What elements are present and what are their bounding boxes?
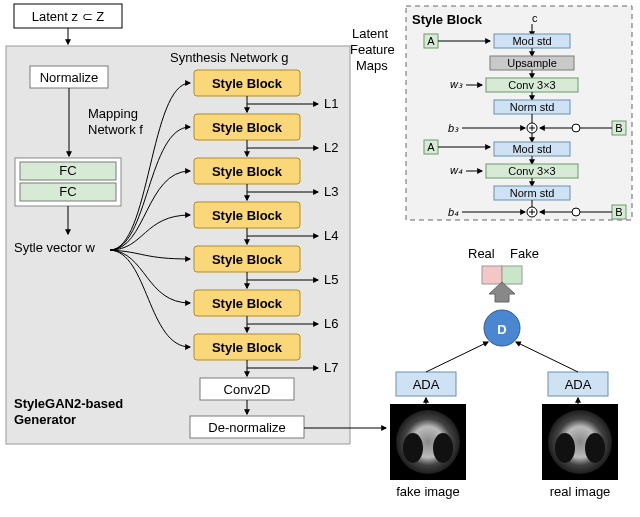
mod1-label: Mod std xyxy=(512,35,551,47)
upsample-label: Upsample xyxy=(507,57,557,69)
diagram-root: Latent z ⊂ Z Normalize Mapping Network f… xyxy=(0,0,640,517)
L4-label: L4 xyxy=(324,228,338,243)
synthesis-network-label: Synthesis Network g xyxy=(170,50,289,65)
L2-label: L2 xyxy=(324,140,338,155)
svg-point-47 xyxy=(572,208,580,216)
norm2-label: Norm std xyxy=(510,187,555,199)
svg-point-55 xyxy=(433,433,453,463)
style-block-6: Style Block xyxy=(194,290,300,316)
L3-label: L3 xyxy=(324,184,338,199)
discriminator-label: D xyxy=(497,322,506,337)
fake-swatch xyxy=(502,266,522,284)
latent-z-label: Latent z ⊂ Z xyxy=(32,9,104,24)
style-block-label: Style Block xyxy=(212,296,283,311)
style-block-7: Style Block xyxy=(194,334,300,360)
real-swatch xyxy=(482,266,502,284)
style-B2-label: B xyxy=(615,206,622,218)
real-label: Real xyxy=(468,246,495,261)
L5-label: L5 xyxy=(324,272,338,287)
real-image-label: real image xyxy=(550,484,611,499)
svg-point-58 xyxy=(555,433,575,463)
style-B1-label: B xyxy=(615,122,622,134)
w4-label: w₄ xyxy=(450,164,463,176)
b4-label: b₄ xyxy=(448,206,459,218)
style-block-5: Style Block xyxy=(194,246,300,272)
style-block-detail-title: Style Block xyxy=(412,12,483,27)
norm1-label: Norm std xyxy=(510,101,555,113)
style-block-2: Style Block xyxy=(194,114,300,140)
style-block-label: Style Block xyxy=(212,76,283,91)
conv1-label: Conv 3×3 xyxy=(508,79,555,91)
real-image xyxy=(542,404,618,480)
fc1-label: FC xyxy=(59,163,76,178)
svg-line-50 xyxy=(426,342,488,372)
fc2-label: FC xyxy=(59,184,76,199)
style-A1-label: A xyxy=(427,35,435,47)
style-vector-label: Sytle vector w xyxy=(14,240,96,255)
L7-label: L7 xyxy=(324,360,338,375)
L6-label: L6 xyxy=(324,316,338,331)
style-block-label: Style Block xyxy=(212,340,283,355)
svg-line-51 xyxy=(516,342,578,372)
denorm-label: De-normalize xyxy=(208,420,285,435)
mod2-label: Mod std xyxy=(512,143,551,155)
ada2-label: ADA xyxy=(565,377,592,392)
latent-maps-label-l1: Latent xyxy=(352,26,389,41)
style-block-3: Style Block xyxy=(194,158,300,184)
latent-maps-label-l3: Maps xyxy=(356,58,388,73)
svg-point-54 xyxy=(403,433,423,463)
style-block-label: Style Block xyxy=(212,164,283,179)
conv2d-label: Conv2D xyxy=(224,382,271,397)
b3-label: b₃ xyxy=(448,122,459,134)
svg-point-35 xyxy=(572,124,580,132)
ada1-label: ADA xyxy=(413,377,440,392)
latent-maps-label-l2: Feature xyxy=(350,42,395,57)
style-block-1: Style Block xyxy=(194,70,300,96)
style-block-detail-c: c xyxy=(532,12,538,24)
svg-point-59 xyxy=(585,433,605,463)
fake-image xyxy=(390,404,466,480)
fake-image-label: fake image xyxy=(396,484,460,499)
mapping-network-label-l2: Network f xyxy=(88,122,143,137)
mapping-network-label-l1: Mapping xyxy=(88,106,138,121)
normalize-label: Normalize xyxy=(40,70,99,85)
generator-label-l2: Generator xyxy=(14,412,76,427)
generator-label-l1: StyleGAN2-based xyxy=(14,396,123,411)
style-block-label: Style Block xyxy=(212,120,283,135)
w3-label: w₃ xyxy=(450,78,463,90)
style-A2-label: A xyxy=(427,141,435,153)
style-block-4: Style Block xyxy=(194,202,300,228)
conv2-label: Conv 3×3 xyxy=(508,165,555,177)
fake-label: Fake xyxy=(510,246,539,261)
up-arrow-icon xyxy=(489,282,515,302)
L1-label: L1 xyxy=(324,96,338,111)
style-block-label: Style Block xyxy=(212,208,283,223)
style-block-label: Style Block xyxy=(212,252,283,267)
